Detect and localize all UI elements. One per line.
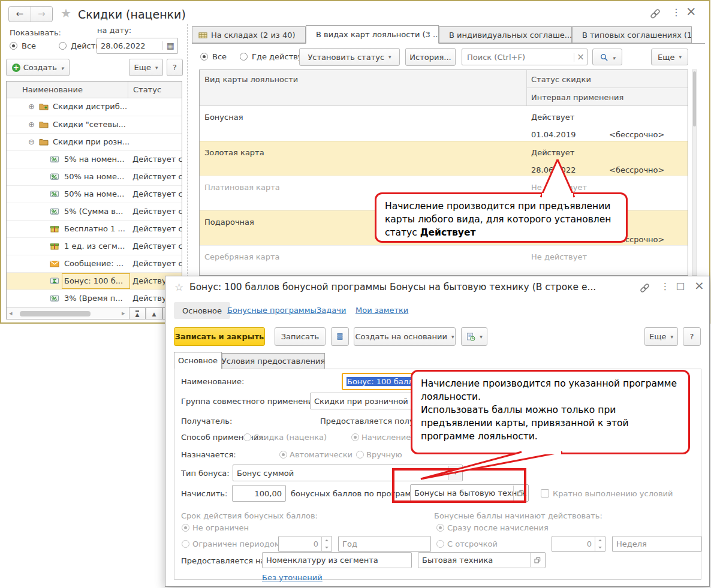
save-button[interactable]: Записать	[275, 327, 326, 346]
multiple-checkbox[interactable]	[541, 489, 549, 497]
table-row[interactable]: Скидки дистриб...	[7, 98, 182, 116]
col-interval[interactable]: Интервал применения	[531, 93, 623, 102]
table-row[interactable]: 1 ед. из сегм... Действует с ог	[7, 237, 182, 255]
nav-main[interactable]: Основное	[174, 302, 230, 319]
close-icon[interactable]	[694, 279, 704, 291]
scroll-left-icon[interactable]	[9, 310, 13, 316]
table-row[interactable]: 50% на номе... Действует с ог	[7, 168, 182, 185]
radio-automatic[interactable]	[279, 451, 287, 459]
search-button[interactable]	[592, 49, 622, 65]
v-scrollbar-thumb[interactable]	[693, 71, 696, 126]
radio-immediately[interactable]	[436, 524, 444, 532]
calendar-icon[interactable]	[162, 41, 174, 50]
expand-icon[interactable]	[28, 102, 35, 110]
link-icon[interactable]	[640, 283, 650, 293]
favorite-star-icon[interactable]	[174, 282, 183, 293]
move-up-button[interactable]	[146, 307, 162, 319]
clear-search-icon[interactable]	[574, 53, 587, 62]
tab-main[interactable]: Основное	[174, 352, 222, 369]
callout-card-status: Начисление производится при предъявлении…	[375, 192, 628, 243]
table-row[interactable]: Скидки "сетевы...	[7, 116, 182, 133]
link-icon[interactable]	[650, 8, 661, 19]
back-button[interactable]	[9, 7, 31, 22]
provided-kind-combo[interactable]: Номенклатуру из сегмента	[262, 552, 412, 568]
radio-discount[interactable]	[243, 433, 251, 441]
tree-item-label: Сообщение: ...	[64, 255, 129, 272]
spinner-arrows[interactable]	[595, 537, 604, 551]
table-row[interactable]: Сообщение: ... Действует с ог	[7, 255, 182, 272]
table-row[interactable]: 50% на номе... Действует с ог	[7, 185, 182, 203]
loyalty-row[interactable]: Бонусная Действует 01.04.2019 <бессрочно…	[200, 106, 688, 141]
period-value-spinner[interactable]: 0	[278, 536, 332, 552]
percent-icon	[50, 172, 59, 182]
provided-value-input[interactable]: Бытовая техника	[418, 552, 546, 568]
delay-value-spinner[interactable]: 0	[552, 536, 605, 552]
dialog-more-button[interactable]: Еще	[644, 327, 678, 346]
tab-standard-agreements[interactable]: В типовых соглашениях (1 ...	[572, 26, 692, 43]
more-button[interactable]: Еще	[129, 59, 163, 76]
register-records-button[interactable]	[331, 327, 349, 346]
loyalty-row-inactive[interactable]: Серебряная карта Не действует	[200, 245, 688, 276]
tab-conditions[interactable]: Условия предоставления	[222, 353, 325, 369]
table-row[interactable]: 5% (Сумма в... Действует с ог	[7, 203, 182, 220]
radio-limited-period[interactable]	[182, 540, 189, 548]
period-unit-input[interactable]: Год	[338, 536, 431, 552]
radio-unlimited[interactable]	[182, 524, 189, 532]
table-row[interactable]: 5% на номен... Действует с ог	[7, 150, 182, 168]
create-button[interactable]: + Создать	[6, 59, 70, 76]
open-button[interactable]	[530, 553, 544, 567]
table-row[interactable]: Бесплатно 1 ... Действует с ог	[7, 220, 182, 237]
kebab-menu-icon[interactable]	[671, 8, 681, 17]
radio-where-active[interactable]	[240, 53, 248, 61]
nav-bonus-programs[interactable]: Бонусные программы	[227, 306, 317, 315]
expand-icon[interactable]	[28, 120, 35, 128]
radio-manual[interactable]	[356, 451, 364, 459]
move-top-button[interactable]	[129, 307, 146, 319]
search-input[interactable]	[462, 53, 574, 62]
loyalty-more-button[interactable]: Еще	[651, 49, 688, 65]
col-card-type[interactable]: Вид карты лояльности	[204, 75, 298, 84]
favorite-star-icon[interactable]	[61, 7, 71, 19]
forward-button[interactable]	[31, 7, 53, 22]
radio-deferred[interactable]	[436, 540, 444, 548]
accrue-amount-input[interactable]: 100,00	[232, 485, 286, 502]
loyalty-row-highlighted[interactable]: Золотая карта Действует 28.06.2022 <бесс…	[200, 141, 688, 176]
date-input[interactable]: 28.06.2022	[97, 38, 178, 54]
radio-all[interactable]	[10, 42, 17, 50]
tab-warehouses[interactable]: На складах (2 из 40)	[192, 26, 306, 43]
nav-tasks[interactable]: Задачи	[317, 306, 346, 315]
create-based-on-button[interactable]: Создать на основании	[354, 327, 456, 346]
radio-all-cards[interactable]	[200, 53, 208, 61]
status-cell: Действует с ог	[132, 238, 182, 255]
tab-individual-agreements[interactable]: В индивидуальных соглаше...	[439, 26, 572, 43]
collapse-icon[interactable]	[28, 138, 35, 146]
open-button[interactable]	[513, 486, 528, 500]
table-row-selected[interactable]: Бонус: 100 б... Действует	[7, 272, 182, 290]
col-status[interactable]: Статус скидки	[531, 75, 591, 84]
help-button[interactable]: ?	[167, 59, 183, 76]
no-details-link[interactable]: Без уточнений	[262, 573, 323, 582]
v-scrollbar[interactable]	[692, 70, 697, 276]
delay-unit-input[interactable]: Неделя	[612, 536, 702, 552]
nav-my-notes[interactable]: Мои заметки	[356, 306, 408, 315]
set-status-button[interactable]: Установить статус	[299, 48, 400, 66]
col-status[interactable]: Статус	[128, 82, 182, 98]
dialog-help-button[interactable]: ?	[683, 327, 701, 346]
h-scrollbar-thumb[interactable]	[20, 311, 91, 316]
search-field[interactable]	[462, 49, 588, 65]
radio-bonus-accrual[interactable]	[351, 433, 359, 441]
kebab-menu-icon[interactable]	[661, 282, 670, 291]
bonus-program-input[interactable]: Бонусы на бытовую техник	[410, 484, 529, 502]
tab-loyalty-cards[interactable]: В видах карт лояльности (3 ...	[306, 25, 439, 44]
close-icon[interactable]	[686, 5, 697, 18]
report-button[interactable]	[461, 327, 487, 346]
maximize-icon[interactable]	[676, 282, 685, 291]
spinner-arrows[interactable]	[321, 537, 331, 551]
radio-active[interactable]	[59, 42, 67, 50]
table-row[interactable]: Скидки при розн...	[7, 133, 182, 150]
col-name[interactable]: Наименование	[7, 85, 128, 94]
history-button[interactable]: История...	[405, 48, 456, 66]
table-row[interactable]: 3% (Время п... Действует	[7, 290, 182, 307]
scroll-right-icon[interactable]	[122, 310, 125, 316]
save-close-button[interactable]: Записать и закрыть	[174, 327, 265, 346]
